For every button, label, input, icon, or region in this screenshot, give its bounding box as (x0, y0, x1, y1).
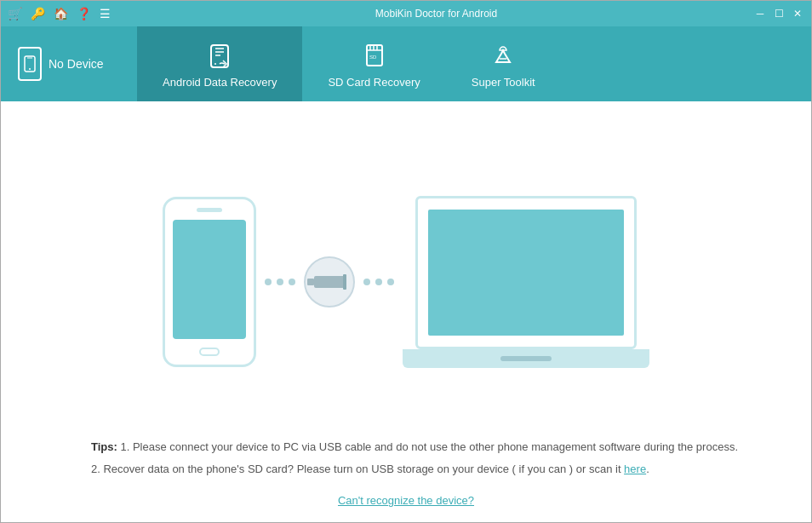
usb-connector (314, 276, 345, 288)
connection-illustration (163, 135, 649, 428)
dot-6 (387, 279, 394, 285)
tab-sd-card-recovery[interactable]: SD SD Card Recovery (302, 26, 445, 101)
maximize-button[interactable]: ☐ (772, 7, 786, 20)
minimize-button[interactable]: ─ (753, 7, 767, 20)
cant-recognize-section: Can't recognize the device? (338, 494, 474, 507)
svg-text:SD: SD (369, 55, 377, 60)
tip-2-end: . (646, 463, 649, 475)
dot-5 (375, 279, 382, 285)
tab-android-data-recovery-label: Android Data Recovery (163, 76, 277, 89)
dot-2 (277, 279, 283, 285)
dot-4 (363, 279, 370, 285)
dot-1 (265, 279, 272, 285)
toolkit-icon (488, 40, 518, 71)
nav-tabs: Android Data Recovery SD SD Card Recover… (137, 26, 561, 101)
computer-illustration (403, 196, 649, 368)
tab-android-data-recovery[interactable]: Android Data Recovery (137, 26, 302, 101)
title-bar-icons[interactable]: 🛒 🔑 🏠 ❓ ☰ (8, 7, 111, 20)
main-content: Tips: 1. Please connect your device to P… (1, 101, 811, 523)
key-icon[interactable]: 🔑 (31, 7, 45, 20)
phone-speaker (197, 208, 222, 212)
tip-line-2: 2. Recover data on the phone's SD card? … (91, 458, 738, 480)
close-button[interactable]: ✕ (791, 7, 804, 20)
device-icon (18, 47, 42, 81)
cart-icon[interactable]: 🛒 (8, 7, 22, 20)
menu-icon[interactable]: ☰ (100, 7, 111, 20)
title-bar: 🛒 🔑 🏠 ❓ ☰ MobiKin Doctor for Android ─ ☐… (1, 1, 811, 26)
tip-1-text: 1. Please connect your device to PC via … (117, 440, 738, 453)
dot-3 (289, 279, 295, 285)
monitor (415, 196, 637, 349)
phone-home-button (199, 348, 220, 356)
question-icon[interactable]: ❓ (77, 7, 91, 20)
usb-connector-circle (304, 256, 355, 307)
tab-sd-card-recovery-label: SD Card Recovery (328, 76, 420, 89)
phone-illustration (163, 197, 256, 367)
sd-card-icon: SD (359, 40, 390, 71)
tips-label: Tips: (91, 440, 117, 453)
tips-section: Tips: 1. Please connect your device to P… (40, 428, 772, 489)
connection-dots-left (265, 279, 295, 285)
phone-screen (173, 220, 246, 339)
svg-point-7 (214, 63, 216, 65)
nav-bar: No Device Android Data Recovery (1, 26, 811, 101)
tip-line-1: Tips: 1. Please connect your device to P… (91, 436, 738, 458)
connection-dots-right (363, 279, 394, 285)
monitor-stand-bar (500, 356, 552, 361)
home-icon[interactable]: 🏠 (54, 7, 68, 20)
monitor-screen (428, 210, 624, 336)
app-title: MobiKin Doctor for Android (119, 8, 753, 20)
window-controls[interactable]: ─ ☐ ✕ (753, 7, 804, 20)
tab-super-toolkit[interactable]: Super Toolkit (446, 26, 561, 101)
tip-2-text: 2. Recover data on the phone's SD card? … (91, 463, 624, 475)
monitor-stand (403, 349, 649, 368)
android-recovery-icon (204, 40, 235, 71)
no-device-indicator: No Device (1, 47, 137, 81)
tab-super-toolkit-label: Super Toolkit (472, 76, 535, 89)
no-device-label: No Device (49, 57, 104, 71)
here-link[interactable]: here (624, 463, 646, 475)
cant-recognize-link[interactable]: Can't recognize the device? (338, 494, 474, 507)
svg-point-2 (29, 68, 31, 70)
